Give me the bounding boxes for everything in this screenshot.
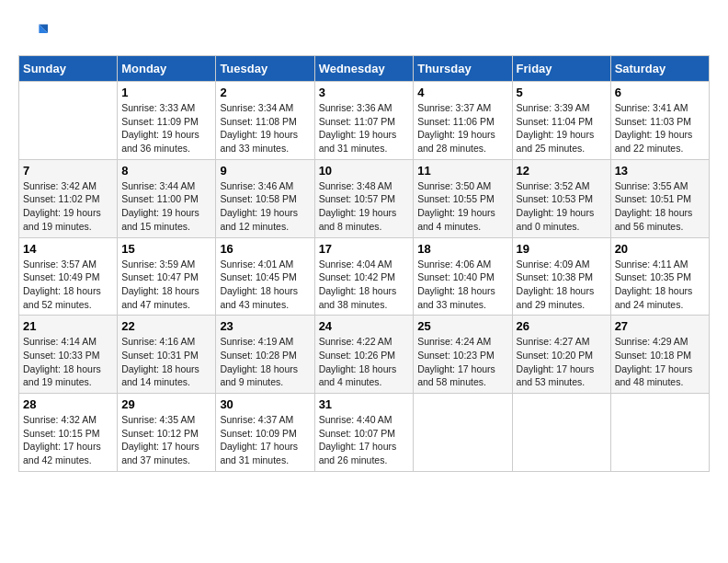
calendar-cell xyxy=(414,394,512,472)
calendar-cell: 19 Sunrise: 4:09 AMSunset: 10:38 PMDayli… xyxy=(512,237,610,316)
day-number: 26 xyxy=(517,319,607,333)
calendar-cell: 2 Sunrise: 3:34 AMSunset: 11:08 PMDaylig… xyxy=(216,82,314,160)
calendar-cell: 9 Sunrise: 3:46 AMSunset: 10:58 PMDaylig… xyxy=(216,159,314,237)
day-number: 11 xyxy=(417,164,507,178)
day-number: 27 xyxy=(615,319,705,333)
day-number: 4 xyxy=(417,86,507,99)
day-number: 1 xyxy=(121,86,211,99)
day-info: Sunrise: 4:35 AMSunset: 10:12 PMDaylight… xyxy=(121,413,211,467)
calendar-cell: 18 Sunrise: 4:06 AMSunset: 10:40 PMDayli… xyxy=(414,237,512,316)
calendar-cell: 30 Sunrise: 4:37 AMSunset: 10:09 PMDayli… xyxy=(216,394,314,472)
calendar-cell: 4 Sunrise: 3:37 AMSunset: 11:06 PMDaylig… xyxy=(414,82,512,160)
day-info: Sunrise: 4:09 AMSunset: 10:38 PMDaylight… xyxy=(517,258,607,312)
day-number: 14 xyxy=(23,242,113,256)
day-info: Sunrise: 3:36 AMSunset: 11:07 PMDaylight… xyxy=(319,101,410,155)
calendar-cell: 22 Sunrise: 4:16 AMSunset: 10:31 PMDayli… xyxy=(118,316,216,394)
calendar-cell: 11 Sunrise: 3:50 AMSunset: 10:55 PMDayli… xyxy=(414,159,512,237)
calendar-cell: 20 Sunrise: 4:11 AMSunset: 10:35 PMDayli… xyxy=(610,237,709,316)
day-info: Sunrise: 4:40 AMSunset: 10:07 PMDaylight… xyxy=(319,413,410,467)
calendar-cell: 7 Sunrise: 3:42 AMSunset: 11:02 PMDaylig… xyxy=(19,159,118,237)
calendar-cell: 13 Sunrise: 3:55 AMSunset: 10:51 PMDayli… xyxy=(610,159,709,237)
day-info: Sunrise: 4:11 AMSunset: 10:35 PMDaylight… xyxy=(615,258,705,312)
day-number: 16 xyxy=(220,242,310,256)
day-info: Sunrise: 3:50 AMSunset: 10:55 PMDaylight… xyxy=(417,179,507,234)
day-number: 9 xyxy=(220,164,310,178)
calendar-cell: 3 Sunrise: 3:36 AMSunset: 11:07 PMDaylig… xyxy=(314,82,414,160)
day-info: Sunrise: 3:59 AMSunset: 10:47 PMDaylight… xyxy=(121,258,211,312)
day-info: Sunrise: 3:52 AMSunset: 10:53 PMDaylight… xyxy=(517,179,607,234)
day-number: 28 xyxy=(23,397,113,411)
calendar-cell: 10 Sunrise: 3:48 AMSunset: 10:57 PMDayli… xyxy=(314,159,414,237)
day-number: 10 xyxy=(319,164,410,178)
weekday-header-tuesday: Tuesday xyxy=(216,56,314,82)
weekday-header-friday: Friday xyxy=(512,56,610,82)
day-number: 29 xyxy=(121,397,211,411)
weekday-header-wednesday: Wednesday xyxy=(314,56,414,82)
day-info: Sunrise: 4:14 AMSunset: 10:33 PMDaylight… xyxy=(23,335,113,389)
day-info: Sunrise: 4:06 AMSunset: 10:40 PMDaylight… xyxy=(417,258,507,312)
day-info: Sunrise: 3:33 AMSunset: 11:09 PMDaylight… xyxy=(121,101,211,155)
day-info: Sunrise: 4:32 AMSunset: 10:15 PMDaylight… xyxy=(23,413,113,467)
day-info: Sunrise: 3:55 AMSunset: 10:51 PMDaylight… xyxy=(615,179,705,234)
day-info: Sunrise: 3:48 AMSunset: 10:57 PMDaylight… xyxy=(319,179,410,234)
calendar-cell: 12 Sunrise: 3:52 AMSunset: 10:53 PMDayli… xyxy=(512,159,610,237)
weekday-header-sunday: Sunday xyxy=(19,56,118,82)
day-number: 12 xyxy=(517,164,607,178)
weekday-header-saturday: Saturday xyxy=(610,56,709,82)
day-info: Sunrise: 4:04 AMSunset: 10:42 PMDaylight… xyxy=(319,258,410,312)
day-info: Sunrise: 4:29 AMSunset: 10:18 PMDaylight… xyxy=(615,335,705,389)
calendar-cell: 25 Sunrise: 4:24 AMSunset: 10:23 PMDayli… xyxy=(414,316,512,394)
day-info: Sunrise: 4:19 AMSunset: 10:28 PMDaylight… xyxy=(220,335,310,389)
calendar-cell: 21 Sunrise: 4:14 AMSunset: 10:33 PMDayli… xyxy=(19,316,118,394)
logo-icon xyxy=(18,18,48,48)
calendar-cell xyxy=(512,394,610,472)
calendar-cell: 6 Sunrise: 3:41 AMSunset: 11:03 PMDaylig… xyxy=(610,82,709,160)
day-number: 5 xyxy=(517,86,607,99)
day-info: Sunrise: 3:39 AMSunset: 11:04 PMDaylight… xyxy=(517,101,607,155)
day-info: Sunrise: 4:01 AMSunset: 10:45 PMDaylight… xyxy=(220,258,310,312)
day-info: Sunrise: 3:42 AMSunset: 11:02 PMDaylight… xyxy=(23,179,113,234)
calendar-cell xyxy=(19,82,118,160)
day-info: Sunrise: 4:24 AMSunset: 10:23 PMDaylight… xyxy=(417,335,507,389)
header xyxy=(18,18,710,48)
weekday-header-row: SundayMondayTuesdayWednesdayThursdayFrid… xyxy=(19,56,710,82)
day-number: 30 xyxy=(220,397,310,411)
calendar-cell: 15 Sunrise: 3:59 AMSunset: 10:47 PMDayli… xyxy=(118,237,216,316)
calendar-table: SundayMondayTuesdayWednesdayThursdayFrid… xyxy=(18,55,710,472)
calendar-cell: 24 Sunrise: 4:22 AMSunset: 10:26 PMDayli… xyxy=(314,316,414,394)
day-info: Sunrise: 3:41 AMSunset: 11:03 PMDaylight… xyxy=(615,101,705,155)
day-number: 22 xyxy=(121,319,211,333)
day-info: Sunrise: 3:34 AMSunset: 11:08 PMDaylight… xyxy=(220,101,310,155)
day-info: Sunrise: 3:44 AMSunset: 11:00 PMDaylight… xyxy=(121,179,211,234)
day-number: 6 xyxy=(615,86,705,99)
day-info: Sunrise: 4:22 AMSunset: 10:26 PMDaylight… xyxy=(319,335,410,389)
week-row-4: 21 Sunrise: 4:14 AMSunset: 10:33 PMDayli… xyxy=(19,316,710,394)
calendar-cell: 17 Sunrise: 4:04 AMSunset: 10:42 PMDayli… xyxy=(314,237,414,316)
day-number: 21 xyxy=(23,319,113,333)
week-row-5: 28 Sunrise: 4:32 AMSunset: 10:15 PMDayli… xyxy=(19,394,710,472)
calendar-cell: 26 Sunrise: 4:27 AMSunset: 10:20 PMDayli… xyxy=(512,316,610,394)
calendar-cell xyxy=(610,394,709,472)
day-number: 18 xyxy=(417,242,507,256)
calendar-cell: 23 Sunrise: 4:19 AMSunset: 10:28 PMDayli… xyxy=(216,316,314,394)
day-info: Sunrise: 3:57 AMSunset: 10:49 PMDaylight… xyxy=(23,258,113,312)
week-row-1: 1 Sunrise: 3:33 AMSunset: 11:09 PMDaylig… xyxy=(19,82,710,160)
day-number: 8 xyxy=(121,164,211,178)
calendar-cell: 8 Sunrise: 3:44 AMSunset: 11:00 PMDaylig… xyxy=(118,159,216,237)
calendar-cell: 5 Sunrise: 3:39 AMSunset: 11:04 PMDaylig… xyxy=(512,82,610,160)
day-info: Sunrise: 3:46 AMSunset: 10:58 PMDaylight… xyxy=(220,179,310,234)
day-number: 31 xyxy=(319,397,410,411)
day-number: 17 xyxy=(319,242,410,256)
logo xyxy=(18,18,51,48)
week-row-2: 7 Sunrise: 3:42 AMSunset: 11:02 PMDaylig… xyxy=(19,159,710,237)
day-number: 7 xyxy=(23,164,113,178)
calendar-cell: 1 Sunrise: 3:33 AMSunset: 11:09 PMDaylig… xyxy=(118,82,216,160)
day-info: Sunrise: 3:37 AMSunset: 11:06 PMDaylight… xyxy=(417,101,507,155)
calendar-cell: 16 Sunrise: 4:01 AMSunset: 10:45 PMDayli… xyxy=(216,237,314,316)
calendar-cell: 27 Sunrise: 4:29 AMSunset: 10:18 PMDayli… xyxy=(610,316,709,394)
day-info: Sunrise: 4:16 AMSunset: 10:31 PMDaylight… xyxy=(121,335,211,389)
calendar-cell: 29 Sunrise: 4:35 AMSunset: 10:12 PMDayli… xyxy=(118,394,216,472)
calendar-cell: 14 Sunrise: 3:57 AMSunset: 10:49 PMDayli… xyxy=(19,237,118,316)
weekday-header-monday: Monday xyxy=(118,56,216,82)
day-info: Sunrise: 4:37 AMSunset: 10:09 PMDaylight… xyxy=(220,413,310,467)
